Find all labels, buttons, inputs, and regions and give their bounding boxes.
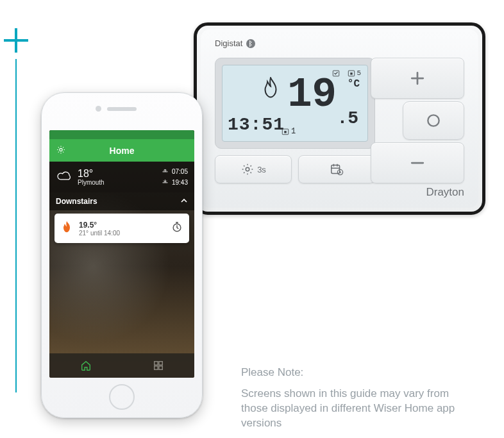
settings-hold-button[interactable]: 3s bbox=[215, 155, 292, 183]
status-bar bbox=[49, 130, 194, 139]
cloud-icon bbox=[56, 170, 72, 184]
svg-rect-4 bbox=[284, 131, 286, 133]
lcd-schedule-bottom-value: 1 bbox=[291, 127, 296, 136]
app-header: Home bbox=[49, 139, 194, 162]
weather-left: 18° Plymouth bbox=[56, 169, 105, 186]
lcd-schedule-bottom: 1 bbox=[281, 127, 296, 136]
svg-point-8 bbox=[428, 115, 439, 126]
phone-home-button[interactable] bbox=[109, 384, 135, 410]
bluetooth-icon bbox=[246, 39, 255, 48]
flame-icon bbox=[261, 77, 280, 102]
zone-card-temp: 19.5° bbox=[79, 221, 120, 230]
phone-speaker bbox=[107, 107, 137, 111]
ok-button[interactable] bbox=[403, 101, 464, 140]
svg-rect-14 bbox=[158, 366, 162, 369]
sunrise-icon bbox=[162, 167, 169, 176]
svg-rect-6 bbox=[332, 165, 340, 174]
accent-plus-icon bbox=[4, 28, 28, 53]
thermostat-model: Digistat bbox=[215, 38, 242, 48]
sunset-time: 19:43 bbox=[172, 178, 188, 187]
zone-name: Downstairs bbox=[56, 197, 97, 206]
svg-rect-2 bbox=[351, 72, 353, 74]
thermostat-faceplate: Digistat 5 13:51 bbox=[201, 29, 478, 208]
lcd-time: 13:51 bbox=[228, 115, 285, 135]
accent-rule bbox=[15, 59, 17, 392]
temp-up-button[interactable] bbox=[371, 58, 464, 99]
lcd-temp-decimal: .5 bbox=[337, 108, 358, 128]
weather-bar: 18° Plymouth 07:05 19:43 bbox=[49, 162, 194, 192]
thermostat-model-row: Digistat bbox=[215, 38, 255, 48]
zone-card-subtitle: 21° until 14:00 bbox=[79, 230, 120, 237]
zone-card[interactable]: 19.5° 21° until 14:00 bbox=[55, 214, 189, 243]
lcd-screen: 5 13:51 19 °C .5 1 bbox=[222, 65, 368, 142]
footnote: Please Note: Screens shown in this guide… bbox=[241, 366, 478, 431]
footnote-title: Please Note: bbox=[241, 366, 478, 380]
lcd-temp-unit: °C bbox=[348, 78, 360, 90]
svg-rect-13 bbox=[154, 366, 157, 369]
thermostat-brand: Drayton bbox=[426, 186, 464, 199]
lcd-temp-integer: 19 bbox=[287, 74, 337, 115]
lcd-schedule-day: 5 bbox=[357, 69, 361, 77]
svg-rect-12 bbox=[158, 362, 162, 365]
tab-rooms[interactable] bbox=[122, 353, 194, 378]
app-screen: Home 18° Plymouth 07:05 19:43 bbox=[49, 130, 194, 378]
phone-camera bbox=[96, 106, 101, 112]
footnote-body: Screens shown in this guide may vary fro… bbox=[241, 387, 478, 431]
weather-right: 07:05 19:43 bbox=[162, 167, 188, 187]
schedule-button[interactable] bbox=[298, 155, 375, 183]
svg-rect-11 bbox=[154, 362, 157, 365]
calendar-dot-icon: 5 bbox=[348, 69, 361, 77]
header-title: Home bbox=[110, 146, 135, 156]
svg-point-9 bbox=[60, 148, 62, 151]
zone-header[interactable]: Downstairs bbox=[49, 192, 194, 210]
temp-down-button[interactable] bbox=[371, 142, 464, 183]
flame-icon bbox=[61, 221, 72, 236]
settings-hold-label: 3s bbox=[257, 165, 266, 174]
tab-bar bbox=[49, 353, 194, 378]
svg-point-5 bbox=[246, 167, 249, 171]
thermostat-device: Digistat 5 13:51 bbox=[194, 22, 485, 215]
sunset-icon bbox=[162, 178, 169, 187]
chevron-up-icon bbox=[180, 197, 188, 206]
tab-home[interactable] bbox=[49, 353, 122, 378]
weather-temp: 18° bbox=[78, 169, 105, 179]
lcd-frame: 5 13:51 19 °C .5 1 bbox=[215, 58, 375, 149]
phone-device: Home 18° Plymouth 07:05 19:43 bbox=[41, 92, 203, 418]
stopwatch-icon[interactable] bbox=[171, 221, 183, 235]
weather-location: Plymouth bbox=[78, 179, 105, 186]
sunrise-time: 07:05 bbox=[172, 167, 188, 176]
lcd-schedule-indicator: 5 bbox=[332, 69, 361, 77]
header-settings-button[interactable] bbox=[56, 144, 66, 156]
